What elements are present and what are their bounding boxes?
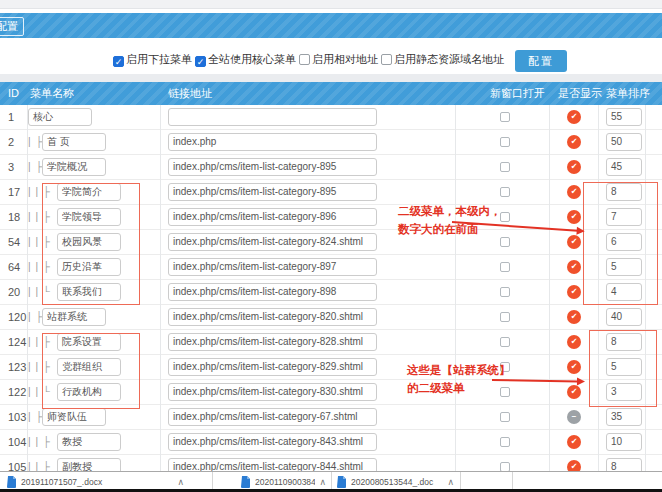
link-input[interactable]: index.php/cms/item-list-category-896 (168, 208, 377, 226)
link-input[interactable]: index.php/cms/item-list-category-828.sht… (168, 333, 377, 351)
config-checkbox-item[interactable]: ✓全站使用核心菜单 (195, 52, 296, 67)
table-row: 120 | ├ 站群系统 index.php/cms/item-list-cat… (0, 305, 662, 330)
new-window-checkbox[interactable] (500, 312, 510, 322)
menu-name-input[interactable]: 首 页 (42, 133, 106, 151)
new-window-checkbox[interactable] (500, 412, 510, 422)
new-window-checkbox[interactable] (500, 337, 510, 347)
menu-name-input[interactable]: 学院概况 (42, 158, 106, 176)
clipped-config-label: 配置 (0, 17, 24, 36)
sort-input[interactable]: 45 (606, 158, 642, 176)
link-input[interactable]: index.php/cms/item-list-category-895 (168, 183, 377, 201)
page-title-bar: 配置 (0, 13, 662, 38)
chevron-up-icon[interactable]: ∧ (319, 477, 326, 487)
table-row: 104 | | ├ 教授 index.php/cms/item-list-cat… (0, 430, 662, 455)
col-header-sort: 菜单排序 (606, 82, 650, 105)
sort-input[interactable]: 35 (606, 408, 642, 426)
checkbox-checked-icon[interactable]: ✓ (195, 56, 206, 67)
chevron-up-icon[interactable]: ∧ (177, 477, 184, 487)
visible-check-icon[interactable]: ✔ (567, 335, 581, 349)
visible-check-icon[interactable]: ✔ (567, 235, 581, 249)
table-row: 3 | ├ 学院概况 index.php/cms/item-list-categ… (0, 155, 662, 180)
visible-check-icon[interactable]: ✔ (567, 110, 581, 124)
column-divider (455, 105, 456, 471)
row-id: 3 (8, 155, 14, 179)
link-input[interactable]: index.php/cms/item-list-category-895 (168, 158, 377, 176)
new-window-checkbox[interactable] (500, 437, 510, 447)
row-id: 54 (8, 230, 20, 254)
new-window-checkbox[interactable] (500, 237, 510, 247)
visible-check-icon[interactable]: ✔ (567, 385, 581, 399)
config-checkbox-label: 启用下拉菜单 (126, 53, 192, 65)
checkbox-unchecked-icon[interactable] (381, 54, 392, 65)
link-input[interactable]: index.php/cms/item-list-category-898 (168, 283, 377, 301)
visible-check-icon[interactable]: ✔ (567, 160, 581, 174)
link-input[interactable]: index.php/cms/item-list-category-824.sht… (168, 233, 377, 251)
new-window-checkbox[interactable] (500, 187, 510, 197)
annotation-box-sort-values-2 (589, 330, 657, 407)
visible-check-icon[interactable]: ✔ (567, 135, 581, 149)
menu-name-input[interactable]: 师资队伍 (42, 408, 106, 426)
annotation-box-sort-values-1 (583, 182, 658, 305)
column-divider (160, 105, 161, 471)
new-window-checkbox[interactable] (500, 287, 510, 297)
divider-strip (0, 74, 662, 82)
new-window-checkbox[interactable] (500, 212, 510, 222)
config-checkbox-item[interactable]: 启用相对地址 (299, 52, 378, 67)
visible-check-icon[interactable]: ✔ (567, 285, 581, 299)
config-button[interactable]: 配置 (515, 50, 567, 72)
link-input[interactable]: index.php/cms/item-list-category-820.sht… (168, 308, 377, 326)
new-window-checkbox[interactable] (500, 112, 510, 122)
visible-check-icon[interactable]: ✔ (567, 310, 581, 324)
sort-input[interactable]: 40 (606, 308, 642, 326)
visible-check-icon[interactable]: ✔ (567, 185, 581, 199)
row-id: 120 (8, 305, 26, 329)
download-filename: 201911071507_.docx (21, 477, 173, 487)
row-id: 2 (8, 130, 14, 154)
new-window-checkbox[interactable] (500, 137, 510, 147)
sort-input[interactable]: 10 (606, 433, 642, 451)
row-id: 20 (8, 280, 20, 304)
visible-check-icon[interactable]: ✔ (567, 260, 581, 274)
col-header-visible: 是否显示 (558, 82, 602, 105)
new-window-checkbox[interactable] (500, 162, 510, 172)
column-divider (27, 105, 28, 471)
checkbox-checked-icon[interactable]: ✓ (113, 56, 124, 67)
table-row: 2 | ├ 首 页 index.php ✔ 50 (0, 130, 662, 155)
link-input[interactable]: index.php/cms/item-list-category-897 (168, 258, 377, 276)
hidden-minus-icon[interactable]: − (567, 410, 581, 424)
checkbox-unchecked-icon[interactable] (299, 54, 310, 65)
tree-prefix: | | ├ (28, 430, 51, 454)
menu-name-input[interactable]: 核心 (28, 108, 92, 126)
link-input[interactable]: index.php/cms/item-list-category-830.sht… (168, 383, 377, 401)
link-input[interactable]: index.php (168, 133, 377, 151)
new-window-checkbox[interactable] (500, 262, 510, 272)
menu-name-input[interactable]: 教授 (57, 433, 121, 451)
link-input[interactable]: index.php/cms/item-list-category-843.sht… (168, 433, 377, 451)
row-id: 122 (8, 380, 26, 404)
top-gray-strip (0, 0, 662, 9)
row-id: 17 (8, 180, 20, 204)
sort-input[interactable]: 55 (606, 108, 642, 126)
row-id: 64 (8, 255, 20, 279)
link-input[interactable]: index.php/cms/item-list-category-829.sht… (168, 358, 377, 376)
annotation-note-1: 二级菜单，本级内， 数字大的在前面 (398, 202, 502, 238)
config-checkbox-item[interactable]: 启用静态资源域名地址 (381, 52, 504, 67)
chevron-up-icon[interactable]: ∧ (447, 477, 454, 487)
sort-input[interactable]: 50 (606, 133, 642, 151)
menu-config-bar: ✓启用下拉菜单✓全站使用核心菜单启用相对地址启用静态资源域名地址配置 (113, 46, 567, 72)
table-header: ID 菜单名称 链接地址 新窗口打开 是否显示 菜单排序 (0, 82, 662, 105)
link-input[interactable] (168, 108, 377, 126)
visible-check-icon[interactable]: ✔ (567, 435, 581, 449)
config-checkbox-label: 全站使用核心菜单 (208, 53, 296, 65)
row-id: 123 (8, 355, 26, 379)
doc-file-icon (7, 476, 17, 488)
visible-check-icon[interactable]: ✔ (567, 210, 581, 224)
download-filename: 2020110900384_.doc (255, 477, 315, 487)
visible-check-icon[interactable]: ✔ (567, 360, 581, 374)
menu-name-input[interactable]: 站群系统 (42, 308, 106, 326)
row-id: 18 (8, 205, 20, 229)
col-header-link: 链接地址 (168, 82, 212, 105)
config-checkbox-item[interactable]: ✓启用下拉菜单 (113, 52, 192, 67)
row-id: 124 (8, 330, 26, 354)
link-input[interactable]: index.php/cms/item-list-category-67.shtm… (168, 408, 377, 426)
